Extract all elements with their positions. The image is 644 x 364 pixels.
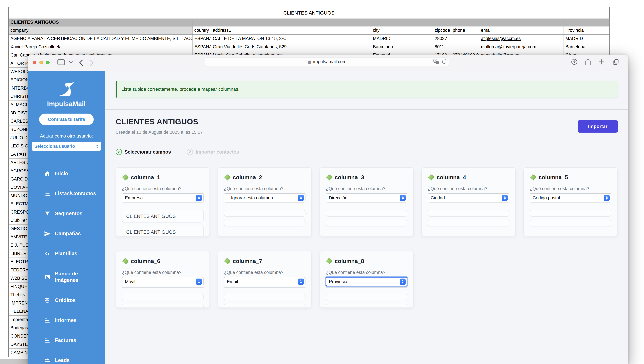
- select-stepper-icon: [196, 278, 202, 285]
- sample-value-box: [224, 304, 306, 308]
- select-stepper-icon: [604, 195, 610, 201]
- sidebar-item-inicio[interactable]: Inicio: [28, 164, 105, 184]
- report-chart-icon: [44, 317, 50, 324]
- table-cell: 8011: [433, 43, 451, 51]
- table-cell: [451, 34, 479, 43]
- column-type-select[interactable]: Ciudad: [428, 193, 509, 202]
- toolbar-divider: [67, 60, 67, 66]
- address-bar-url: impulsamail.com: [313, 59, 346, 64]
- download-icon[interactable]: [571, 59, 578, 66]
- paper-plane-icon: [44, 230, 50, 237]
- sample-value-box: [326, 304, 408, 308]
- table-cell: AGENCIA PARA LA CERTIFICACIÓN DE LA CALI…: [9, 34, 193, 43]
- address-bar[interactable]: impulsamail.com A x: [205, 57, 450, 66]
- column-type-select[interactable]: Código postal: [530, 193, 611, 202]
- sidebar-item-segmentos[interactable]: Segmentos: [28, 204, 105, 224]
- chevron-down-icon[interactable]: [69, 61, 73, 64]
- translate-icon[interactable]: A x: [433, 59, 439, 65]
- table-cell: ESPANA: [193, 34, 211, 43]
- sidebar-item-label: Informes: [55, 317, 76, 324]
- check-icon: ✔: [116, 149, 122, 155]
- step-number: 2: [187, 149, 193, 155]
- code-icon: [44, 250, 50, 257]
- select-stepper-icon: [298, 278, 304, 285]
- section-divider: [105, 109, 628, 110]
- sample-value-box: [326, 210, 408, 217]
- svg-text:x: x: [436, 62, 438, 64]
- sidebar-item-facturas[interactable]: Facturas: [28, 330, 105, 350]
- column-card-columna_6: columna_6 ¿Qué contiene esta columna? Mó…: [116, 251, 210, 308]
- sample-value-box: [428, 220, 509, 226]
- sidebar-item-label: Créditos: [55, 297, 76, 304]
- image-icon: [44, 274, 50, 280]
- sidebar-item-label: Inicio: [55, 170, 68, 177]
- share-icon[interactable]: [585, 59, 591, 66]
- sidebar-item-plantillas[interactable]: Plantillas: [28, 244, 105, 264]
- tabs-overview-icon[interactable]: [612, 59, 619, 66]
- list-icon: [44, 190, 50, 197]
- column-header: city: [371, 26, 433, 34]
- success-alert: Lista subida correctamente, procede a ma…: [116, 81, 618, 98]
- zoom-window-button[interactable]: [46, 61, 50, 64]
- sidebar-item-informes[interactable]: Informes: [28, 310, 105, 330]
- column-type-select[interactable]: Provincia: [326, 277, 408, 286]
- column-card-columna_5: columna_5 ¿Qué contiene esta columna? Có…: [524, 167, 618, 236]
- table-row: Xavier Pareja CozcolluelaESPANAGran Via …: [9, 43, 610, 51]
- sidebar-item-leads[interactable]: Leads: [28, 350, 105, 364]
- table-cell: afiglesias@accm.es: [479, 34, 564, 43]
- minimize-window-button[interactable]: [39, 61, 43, 64]
- column-question: ¿Qué contiene esta columna?: [428, 186, 509, 191]
- column-card-title: columna_6: [131, 258, 160, 264]
- column-header: email: [479, 26, 564, 34]
- select-stepper-icon: [298, 195, 304, 201]
- sidebar-toggle-icon[interactable]: [57, 59, 65, 66]
- select-stepper-icon: [196, 195, 202, 201]
- column-header: country: [193, 26, 211, 34]
- column-type-select[interactable]: Email: [224, 277, 306, 286]
- browser-toolbar: impulsamail.com A x: [28, 55, 628, 71]
- table-cell: Xavier Pareja Cozcolluela: [9, 43, 193, 51]
- table-cell: Gran Via de les Corts Catalanes, 529: [211, 43, 371, 51]
- column-header: zipcode: [433, 26, 451, 34]
- column-card-title: columna_2: [233, 174, 262, 181]
- column-header: Provincia: [564, 26, 610, 34]
- sidebar-item-listas-contactos[interactable]: Listas/Contactos: [28, 184, 105, 204]
- import-button[interactable]: Importar: [578, 120, 618, 133]
- contract-plan-button[interactable]: Contrata tu tarifa: [39, 114, 94, 125]
- reload-icon[interactable]: [442, 59, 447, 65]
- sidebar-item-banco-de-im-genes[interactable]: Banco de Imágenes: [28, 264, 105, 290]
- step-select-fields: ✔ Seleccionar campos: [116, 149, 171, 155]
- puzzle-icon: [122, 258, 128, 264]
- back-icon[interactable]: [79, 59, 83, 67]
- home-icon: [44, 170, 50, 177]
- select-stepper-icon: [400, 278, 406, 285]
- column-card-title: columna_3: [335, 174, 364, 181]
- table-cell: ESPANA: [193, 43, 211, 51]
- sample-value-box: [224, 294, 306, 300]
- table-row: AGENCIA PARA LA CERTIFICACIÓN DE LA CALI…: [9, 34, 610, 43]
- impulsamail-logo-icon: [28, 81, 105, 96]
- sidebar-item-campa-as[interactable]: Campañas: [28, 224, 105, 244]
- column-question: ¿Qué contiene esta columna?: [326, 270, 408, 275]
- sample-value-box: [326, 220, 408, 226]
- sample-value-box: [122, 304, 204, 308]
- new-tab-icon[interactable]: [598, 59, 605, 66]
- column-type-select[interactable]: -- Ignorar esta columna --: [224, 193, 306, 202]
- column-type-select[interactable]: Dirección: [326, 193, 408, 202]
- created-timestamp: Creada el 10 de August de 2025 a las 15:…: [116, 130, 578, 135]
- page-title: CLIENTES ANTIGUOS: [116, 117, 578, 126]
- sample-value-box: [530, 220, 611, 226]
- sidebar-item-cr-ditos[interactable]: Créditos: [28, 290, 105, 310]
- sidebar-item-label: Segmentos: [55, 210, 82, 217]
- close-window-button[interactable]: [33, 61, 36, 64]
- sidebar-item-label: Plantillas: [55, 250, 77, 257]
- sidebar-item-label: Banco de Imágenes: [55, 271, 90, 283]
- column-header: address1: [211, 26, 371, 34]
- column-question: ¿Qué contiene esta columna?: [122, 186, 204, 191]
- table-cell: MADRID: [564, 34, 610, 43]
- column-type-select[interactable]: Empresa: [122, 193, 204, 202]
- user-select[interactable]: Selecciona usuario: [32, 142, 101, 151]
- forward-icon[interactable]: [90, 59, 94, 67]
- column-card-columna_4: columna_4 ¿Qué contiene esta columna? Ci…: [422, 167, 516, 236]
- column-type-select[interactable]: Móvil: [122, 277, 204, 286]
